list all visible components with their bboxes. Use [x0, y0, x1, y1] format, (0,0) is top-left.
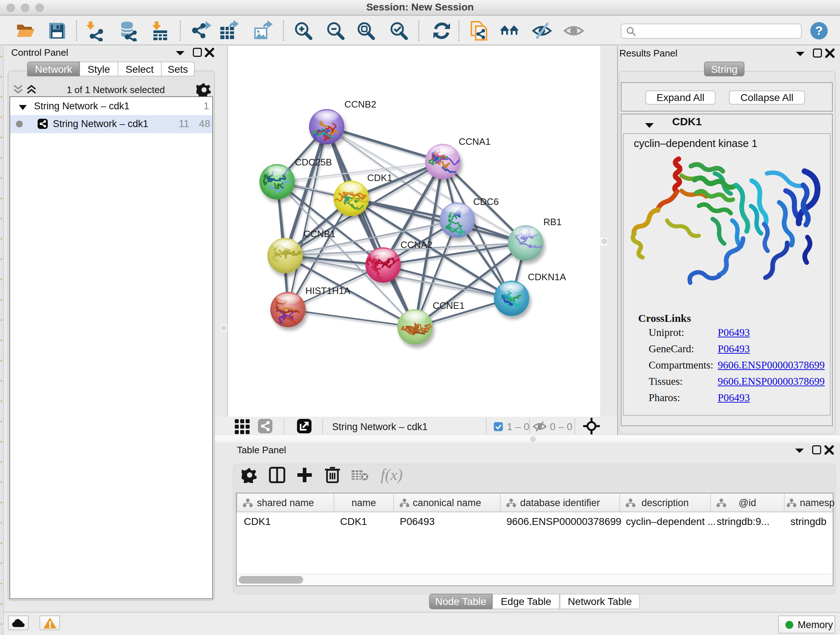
svg-text:?: ? — [815, 24, 823, 37]
